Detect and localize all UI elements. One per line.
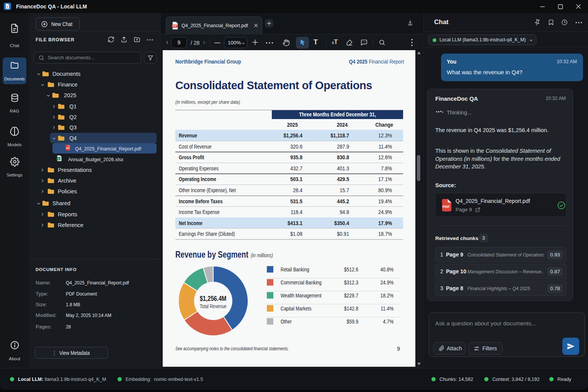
svg-text:X: X xyxy=(58,158,59,160)
svg-text:PDF: PDF xyxy=(66,147,69,149)
svg-text:PDF: PDF xyxy=(173,25,177,27)
svg-text:PDF: PDF xyxy=(443,204,450,209)
